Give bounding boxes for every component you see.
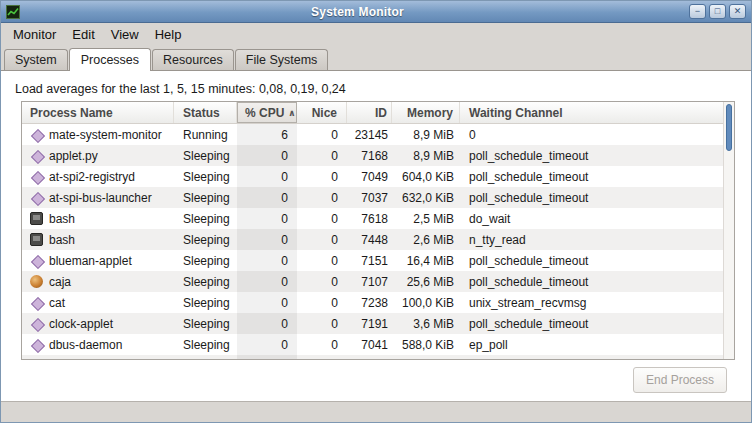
process-waiting-channel: poll_schedule_timeout: [460, 250, 734, 271]
process-id: 7042: [347, 355, 392, 359]
status-bar: [1, 401, 751, 422]
process-icon: [30, 212, 43, 225]
end-process-button[interactable]: End Process: [633, 367, 727, 393]
process-cpu: 0: [237, 187, 297, 208]
process-name: mate-system-monitor: [49, 128, 162, 142]
table-row[interactable]: caja Sleeping 0 0 7107 25,6 MiB poll_sch…: [22, 271, 734, 292]
process-memory: 4,4 MiB: [392, 355, 460, 359]
maximize-icon[interactable]: □: [709, 4, 726, 19]
process-cpu: 0: [237, 313, 297, 334]
process-cpu: 0: [237, 229, 297, 250]
process-memory: 16,4 MiB: [392, 250, 460, 271]
process-waiting-channel: poll_schedule_timeout: [460, 187, 734, 208]
process-cpu: 0: [237, 250, 297, 271]
process-id: 7107: [347, 271, 392, 292]
process-name: at-spi2-registryd: [49, 170, 135, 184]
process-cpu: 0: [237, 166, 297, 187]
process-memory: 8,9 MiB: [392, 145, 460, 166]
column-header-nice[interactable]: Nice: [297, 102, 347, 123]
table-row[interactable]: mate-system-monitor Running 6 0 23145 8,…: [22, 124, 734, 145]
vertical-scrollbar[interactable]: [723, 102, 734, 359]
process-status: Sleeping: [174, 166, 237, 187]
process-name: bash: [49, 233, 75, 247]
table-row[interactable]: bash Sleeping 0 0 7448 2,6 MiB n_tty_rea…: [22, 229, 734, 250]
table-row[interactable]: cat Sleeping 0 0 7238 100,0 KiB unix_str…: [22, 292, 734, 313]
process-waiting-channel: ep_poll: [460, 334, 734, 355]
column-header-id[interactable]: ID: [347, 102, 392, 123]
process-name: cat: [49, 296, 65, 310]
process-nice: 0: [297, 313, 347, 334]
process-waiting-channel: poll_schedule_timeout: [460, 313, 734, 334]
column-header-cpu[interactable]: % CPU ∧: [237, 102, 297, 123]
tab-file-systems[interactable]: File Systems: [235, 49, 329, 70]
process-nice: 0: [297, 271, 347, 292]
process-waiting-channel: poll_schedule_timeout: [460, 166, 734, 187]
column-header-process-name[interactable]: Process Name: [22, 102, 174, 123]
process-name: at-spi-bus-launcher: [49, 191, 152, 205]
column-header-status[interactable]: Status: [174, 102, 237, 123]
process-nice: 0: [297, 187, 347, 208]
table-row[interactable]: bash Sleeping 0 0 7618 2,5 MiB do_wait: [22, 208, 734, 229]
process-memory: 604,0 KiB: [392, 166, 460, 187]
process-waiting-channel: poll_schedule_timeout: [460, 355, 734, 359]
titlebar[interactable]: System Monitor − □ ✕: [1, 1, 751, 23]
process-icon: [30, 170, 43, 183]
process-waiting-channel: unix_stream_recvmsg: [460, 292, 734, 313]
process-icon: [30, 233, 43, 246]
table-row[interactable]: blueman-applet Sleeping 0 0 7151 16,4 Mi…: [22, 250, 734, 271]
process-name: caja: [49, 275, 71, 289]
process-icon: [30, 275, 43, 288]
process-id: 7168: [347, 145, 392, 166]
process-cpu: 0: [237, 355, 297, 359]
process-waiting-channel: do_wait: [460, 208, 734, 229]
process-memory: 3,6 MiB: [392, 313, 460, 334]
process-icon: [30, 191, 43, 204]
process-memory: 2,6 MiB: [392, 229, 460, 250]
process-nice: 0: [297, 355, 347, 359]
system-monitor-window: System Monitor − □ ✕ Monitor Edit View H…: [0, 0, 752, 423]
process-id: 7448: [347, 229, 392, 250]
table-body: mate-system-monitor Running 6 0 23145 8,…: [22, 124, 734, 359]
table-row[interactable]: dbus-daemon Sleeping 0 0 7041 588,0 KiB …: [22, 334, 734, 355]
app-window-icon: [6, 5, 20, 19]
menu-monitor[interactable]: Monitor: [5, 24, 64, 45]
process-status: Sleeping: [174, 334, 237, 355]
column-header-memory[interactable]: Memory: [392, 102, 460, 123]
process-status: Sleeping: [174, 313, 237, 334]
process-id: 23145: [347, 124, 392, 145]
process-waiting-channel: 0: [460, 124, 734, 145]
tab-processes[interactable]: Processes: [69, 48, 151, 71]
column-header-waiting-channel[interactable]: Waiting Channel: [460, 102, 734, 123]
process-nice: 0: [297, 208, 347, 229]
process-nice: 0: [297, 250, 347, 271]
process-name: dbus-daemon: [49, 338, 122, 352]
process-cpu: 0: [237, 334, 297, 355]
process-status: Sleeping: [174, 145, 237, 166]
process-table: Process Name Status % CPU ∧ Nice ID Memo…: [21, 101, 735, 360]
process-nice: 0: [297, 229, 347, 250]
process-nice: 0: [297, 334, 347, 355]
menu-edit[interactable]: Edit: [64, 24, 102, 45]
table-row[interactable]: at-spi-bus-launcher Sleeping 0 0 7037 63…: [22, 187, 734, 208]
process-cpu: 6: [237, 124, 297, 145]
close-icon[interactable]: ✕: [729, 4, 746, 19]
process-nice: 0: [297, 292, 347, 313]
minimize-icon[interactable]: −: [689, 4, 706, 19]
process-icon: [30, 128, 43, 141]
menu-help[interactable]: Help: [147, 24, 190, 45]
process-waiting-channel: poll_schedule_timeout: [460, 271, 734, 292]
process-icon: [30, 317, 43, 330]
process-name: blueman-applet: [49, 254, 132, 268]
sort-ascending-icon: ∧: [288, 108, 295, 118]
table-row[interactable]: dbus-launch Sleeping 0 0 7042 4,4 MiB po…: [22, 355, 734, 359]
table-row[interactable]: applet.py Sleeping 0 0 7168 8,9 MiB poll…: [22, 145, 734, 166]
process-status: Sleeping: [174, 250, 237, 271]
process-id: 7041: [347, 334, 392, 355]
tab-system[interactable]: System: [4, 49, 68, 70]
menu-view[interactable]: View: [103, 24, 147, 45]
table-row[interactable]: at-spi2-registryd Sleeping 0 0 7049 604,…: [22, 166, 734, 187]
process-name: clock-applet: [49, 317, 113, 331]
scrollbar-thumb[interactable]: [726, 104, 732, 151]
tab-resources[interactable]: Resources: [152, 49, 234, 70]
table-row[interactable]: clock-applet Sleeping 0 0 7191 3,6 MiB p…: [22, 313, 734, 334]
